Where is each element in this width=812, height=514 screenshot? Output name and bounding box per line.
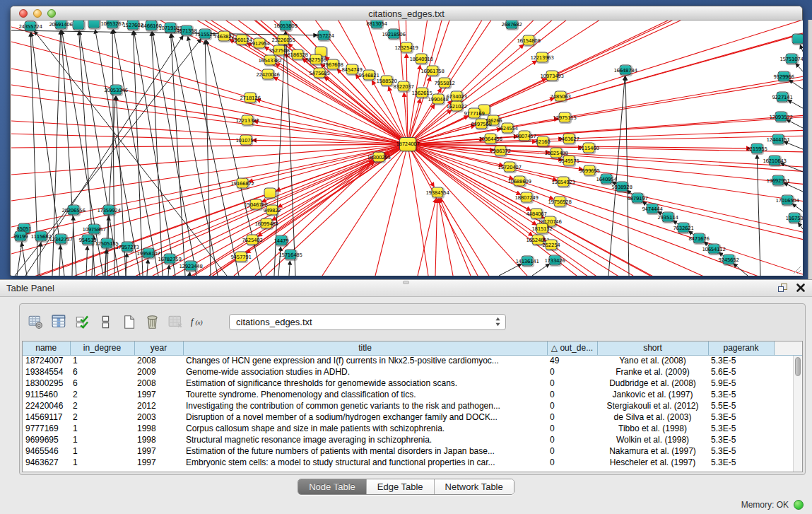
graph-node[interactable]: 19166872 [237, 178, 249, 189]
graph-node[interactable]: 7463822 [218, 31, 230, 42]
cell-out_degree[interactable]: 0 [547, 457, 597, 468]
graph-node[interactable]: 62160 [537, 136, 549, 147]
cell-out_degree[interactable]: 49 [547, 355, 597, 366]
graph-node[interactable]: 9546821 [363, 70, 375, 81]
graph-node[interactable] [264, 188, 276, 199]
graph-node[interactable]: 116753 [789, 213, 801, 223]
graph-node[interactable]: 18300295 [373, 152, 385, 163]
cell-name[interactable]: 9777169 [23, 423, 70, 434]
graph-node[interactable]: 7515526 [199, 29, 211, 40]
cell-in_degree[interactable]: 1 [70, 445, 134, 457]
graph-node[interactable]: 16099484 [261, 218, 273, 229]
column-header-year[interactable]: year [134, 341, 183, 355]
cell-title[interactable]: Changes of HCN gene expression and I(f) … [183, 355, 547, 366]
graph-node[interactable]: 19384554 [432, 187, 444, 198]
cell-out_degree[interactable]: 0 [547, 434, 597, 445]
cell-name[interactable]: 18724007 [23, 355, 70, 366]
cell-in_degree[interactable]: 6 [70, 366, 134, 378]
graph-node[interactable]: 7485063 [555, 91, 567, 102]
graph-node[interactable]: 16210643 [769, 156, 781, 166]
cell-title[interactable]: Disruption of a novel member of a sodium… [183, 411, 547, 423]
graph-node[interactable]: 16053809 [280, 21, 292, 31]
cell-year[interactable]: 2008 [134, 355, 183, 366]
cell-pagerank[interactable]: 5.3E-5 [708, 389, 774, 400]
cell-short[interactable]: Wolkin et al. (1998) [597, 434, 708, 445]
graph-node[interactable]: 12213383 [242, 115, 254, 126]
scrollbar-thumb[interactable] [795, 357, 801, 376]
cell-name[interactable]: 18300295 [23, 378, 70, 389]
graph-node[interactable]: 6497568 [476, 119, 488, 129]
graph-node[interactable]: 20364456 [485, 134, 497, 144]
graph-node[interactable] [792, 34, 804, 45]
cell-pagerank[interactable]: 5.3E-5 [708, 355, 774, 366]
cell-title[interactable]: Tourette syndrome. Phenomenology and cla… [183, 389, 547, 400]
cell-name[interactable]: 22420046 [23, 400, 70, 411]
show-columns-icon[interactable] [50, 313, 67, 330]
graph-node[interactable]: 9329966 [778, 71, 790, 82]
graph-node[interactable]: 5938928 [616, 182, 628, 192]
graph-node[interactable]: 9699695 [584, 165, 596, 176]
cell-short[interactable]: de Silva et al. (2003) [597, 411, 708, 423]
table-select-dropdown[interactable]: citations_edges.txt [229, 314, 506, 330]
cell-out_degree[interactable]: 0 [547, 445, 597, 457]
cell-year[interactable]: 1998 [134, 434, 183, 445]
graph-node[interactable]: 20206556 [68, 205, 80, 216]
graph-node[interactable]: 9227141 [777, 92, 789, 103]
graph-node[interactable]: 1640954 [601, 174, 613, 185]
cell-in_degree[interactable]: 1 [70, 423, 134, 434]
graph-node[interactable]: 9827508 [310, 54, 322, 65]
cell-name[interactable]: 19384554 [23, 366, 70, 378]
graph-node[interactable]: 18724007 [399, 137, 416, 151]
column-header-out_degree[interactable]: △ out_de... [547, 341, 597, 355]
graph-node[interactable]: 12213963 [536, 52, 548, 63]
graph-node[interactable] [88, 21, 100, 29]
cell-short[interactable]: Tibbo et al. (1998) [597, 423, 708, 434]
graph-node[interactable]: 12325419 [401, 42, 413, 53]
cell-short[interactable]: Jankovic et al. (1997) [597, 389, 708, 400]
cell-title[interactable]: Structural magnetic resonance image aver… [183, 434, 547, 445]
graph-node[interactable]: 15716485 [285, 250, 297, 260]
graph-node[interactable]: 1362615 [416, 88, 428, 98]
graph-node[interactable]: 4671358 [181, 25, 193, 36]
graph-node[interactable]: 12093572 [775, 112, 787, 122]
cell-name[interactable]: 14569117 [23, 411, 70, 423]
table-row[interactable]: 1830029562008Estimation of significance … [23, 378, 802, 389]
table-row[interactable]: 1938455462009Genome-wide association stu… [23, 366, 802, 378]
graph-node[interactable]: 16782759 [164, 254, 176, 264]
graph-node[interactable]: 3624554 [502, 123, 514, 134]
panel-resize-handle[interactable] [403, 281, 409, 284]
graph-node[interactable]: 17016504 [782, 195, 794, 206]
cell-short[interactable]: Stergiakouli et al. (2012) [597, 400, 708, 411]
delete-table-icon[interactable] [167, 313, 184, 330]
graph-node[interactable]: 14479 [276, 235, 288, 246]
cell-short[interactable]: Yano et al. (2008) [597, 355, 708, 366]
column-header-short[interactable]: short [597, 341, 708, 355]
graph-node[interactable]: 10025488 [551, 148, 563, 158]
cell-in_degree[interactable]: 1 [70, 434, 134, 445]
graph-node[interactable]: 9245652 [723, 255, 735, 265]
graph-node[interactable]: 10654112 [708, 244, 720, 255]
tab-network-table[interactable]: Network Table [434, 479, 514, 494]
tab-edge-table[interactable]: Edge Table [366, 479, 434, 494]
graph-node[interactable]: 6879197 [632, 193, 644, 204]
tab-node-table[interactable]: Node Table [298, 479, 366, 494]
graph-node[interactable]: 8322037 [398, 81, 410, 92]
cell-in_degree[interactable]: 2 [70, 411, 134, 423]
graph-node[interactable]: 20053346 [110, 85, 122, 95]
cell-pagerank[interactable]: 5.3E-5 [708, 411, 774, 423]
graph-node[interactable]: 9777169 [469, 108, 481, 119]
graph-node[interactable]: 5475685 [314, 68, 326, 78]
graph-node[interactable]: 20691406 [55, 21, 67, 30]
cell-year[interactable]: 1997 [134, 389, 183, 400]
cell-year[interactable]: 2008 [134, 378, 183, 389]
cell-year[interactable]: 2003 [134, 411, 183, 423]
cell-name[interactable]: 9699695 [23, 434, 70, 445]
network-window-titlebar[interactable]: citations_edges.txt [11, 6, 802, 21]
graph-node[interactable]: 12342737 [55, 234, 67, 245]
graph-node[interactable]: 954519 [82, 235, 94, 245]
graph-node[interactable]: 7632621 [678, 223, 690, 233]
table-row[interactable]: 969969511998Structural magnetic resonanc… [23, 434, 802, 445]
graph-node[interactable] [73, 21, 85, 30]
cell-in_degree[interactable]: 2 [70, 400, 134, 411]
graph-node[interactable]: 10973493 [546, 71, 558, 81]
